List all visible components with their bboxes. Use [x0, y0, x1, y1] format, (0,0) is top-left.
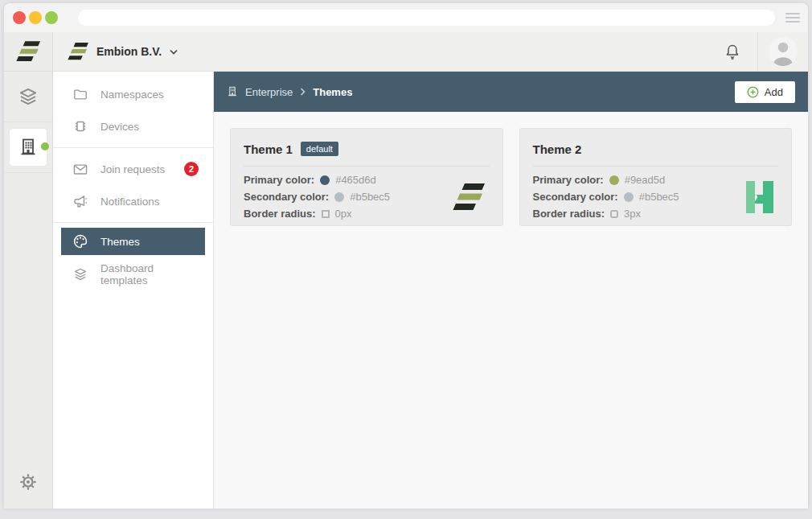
primary-color-label: Primary color: [533, 175, 604, 186]
secondary-color-value: #b5bec5 [350, 192, 390, 203]
person-silhouette-icon [769, 37, 798, 66]
rail-item-namespaces[interactable] [4, 72, 52, 122]
org-selector[interactable]: Embion B.V. [68, 43, 178, 60]
breadcrumb-current: Themes [313, 86, 352, 98]
rail-logo [4, 32, 52, 72]
building-icon [227, 85, 238, 98]
browser-window: Embion B.V. [4, 3, 808, 509]
sidebar-item-label: Devices [100, 121, 139, 133]
secondary-color-row: Secondary color: #b5bec5 [533, 192, 679, 203]
chevron-right-icon [300, 88, 306, 96]
border-radius-value: 0px [335, 208, 352, 220]
sidebar-item-devices[interactable]: Devices [53, 110, 213, 142]
bell-icon [724, 43, 740, 60]
primary-color-label: Primary color: [244, 175, 314, 186]
border-radius-row: Border radius: 3px [533, 208, 679, 220]
app-header: Embion B.V. [53, 32, 808, 72]
window-close-button[interactable] [13, 11, 26, 24]
sidebar-item-namespaces[interactable]: Namespaces [53, 78, 213, 110]
primary-color-swatch [320, 175, 330, 185]
primary-color-row: Primary color: #9ead5d [533, 175, 679, 186]
h-theme-logo [746, 181, 773, 213]
sidebar-item-label: Namespaces [100, 89, 164, 101]
theme-card-2[interactable]: Theme 2 Primary color: #9ead5d [519, 128, 793, 226]
sidebar-divider [53, 147, 213, 148]
card-divider [533, 166, 779, 167]
secondary-color-swatch [624, 192, 634, 202]
add-button-label: Add [765, 86, 783, 98]
primary-color-swatch [609, 175, 619, 185]
add-theme-button[interactable]: Add [735, 81, 795, 103]
primary-color-row: Primary color: #465d6d [244, 175, 390, 186]
rail-active-indicator [10, 129, 47, 166]
browser-chrome [4, 3, 808, 32]
folder-icon [73, 88, 88, 101]
megaphone-icon [73, 195, 88, 208]
notifications-bell-button[interactable] [707, 32, 757, 71]
mail-icon [73, 163, 88, 175]
theme-card-1[interactable]: Theme 1 default Primary color: #465d6d [230, 128, 503, 226]
sidebar-item-join-requests[interactable]: Join requests 2 [53, 153, 213, 185]
chip-icon [73, 119, 88, 134]
embion-logo-icon [68, 43, 88, 60]
border-radius-row: Border radius: 0px [244, 208, 390, 220]
sidebar-item-dashboard-templates[interactable]: Dashboard templates [53, 258, 213, 290]
gear-icon [19, 473, 37, 491]
theme-title: Theme 2 [533, 142, 582, 156]
layers-icon [73, 267, 88, 282]
rail-settings-button[interactable] [4, 455, 52, 509]
sidebar-item-label: Dashboard templates [100, 262, 199, 286]
sidebar-nav: Namespaces Devices [53, 72, 214, 509]
window-zoom-button[interactable] [45, 11, 58, 24]
secondary-color-value: #b5bec5 [639, 192, 679, 203]
user-avatar [769, 37, 798, 66]
building-icon [18, 137, 39, 158]
breadcrumb-parent[interactable]: Enterprise [245, 86, 293, 98]
palette-icon [73, 234, 88, 249]
card-divider [244, 166, 490, 167]
secondary-color-label: Secondary color: [244, 192, 329, 203]
sidebar-item-label: Notifications [100, 196, 160, 208]
org-name: Embion B.V. [96, 45, 162, 58]
rail-item-enterprise[interactable] [4, 122, 52, 173]
theme-title: Theme 1 [244, 142, 293, 156]
plus-circle-icon [747, 86, 759, 98]
secondary-color-row: Secondary color: #b5bec5 [244, 192, 390, 203]
secondary-color-label: Secondary color: [533, 192, 618, 203]
embion-theme-logo [453, 183, 485, 211]
border-radius-label: Border radius: [244, 208, 316, 220]
icon-rail [4, 32, 53, 509]
window-minimize-button[interactable] [29, 11, 42, 24]
main-content: Enterprise Themes Add [214, 72, 808, 509]
secondary-color-swatch [334, 192, 344, 202]
primary-color-value: #9ead5d [625, 175, 666, 186]
chevron-down-icon [170, 49, 178, 55]
embion-logo-icon [16, 41, 40, 62]
sidebar-item-label: Themes [100, 236, 140, 248]
sidebar-item-themes[interactable]: Themes [61, 228, 205, 255]
user-menu-button[interactable] [758, 32, 808, 71]
sidebar-item-label: Join requests [100, 163, 165, 175]
breadcrumb-bar: Enterprise Themes Add [214, 72, 808, 112]
border-radius-value: 3px [624, 208, 641, 220]
default-badge: default [301, 142, 338, 156]
browser-menu-icon[interactable] [785, 11, 800, 24]
themes-grid: Theme 1 default Primary color: #465d6d [214, 112, 808, 509]
join-requests-count-badge: 2 [184, 162, 199, 176]
layers-icon [18, 86, 39, 107]
primary-color-value: #465d6d [335, 175, 376, 186]
border-radius-preview-icon [322, 210, 330, 218]
border-radius-preview-icon [610, 210, 618, 218]
sidebar-divider [53, 222, 213, 223]
sidebar-item-notifications[interactable]: Notifications [53, 185, 213, 217]
status-green-dot [41, 142, 49, 150]
url-bar[interactable] [78, 10, 775, 26]
border-radius-label: Border radius: [533, 208, 605, 220]
